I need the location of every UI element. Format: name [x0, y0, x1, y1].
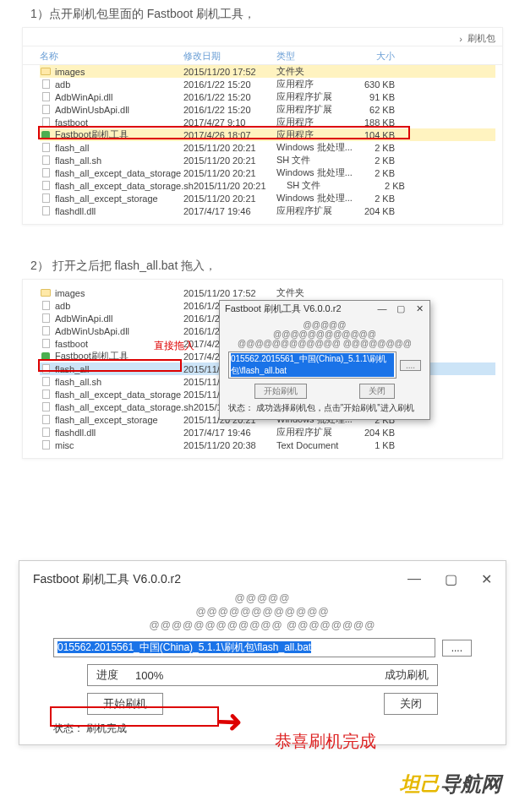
file-size: 62 KB: [353, 105, 395, 115]
file-name: flash_all.sh: [55, 377, 101, 387]
file-icon: [40, 168, 52, 178]
close-button[interactable]: 关闭: [359, 384, 395, 399]
file-name: flash_all_except_data_storage: [55, 168, 181, 178]
file-date: 2015/11/20 20:21: [194, 181, 287, 191]
step2-text: 2） 打开之后把 flash_all.bat 拖入，: [30, 259, 525, 274]
file-size: 2 KB: [353, 143, 395, 153]
file-name: Fastboot刷机工具: [55, 128, 129, 141]
file-icon: [40, 155, 52, 166]
file-row[interactable]: fastboot2017/4/27 9:10应用程序188 KB: [40, 116, 495, 128]
file-date: 2015/11/20 17:52: [183, 288, 276, 298]
file-name: flash_all_except_data_storage: [55, 390, 181, 400]
file-type: 应用程序扩展: [276, 103, 353, 116]
file-size: 104 KB: [353, 130, 395, 140]
path-input-big[interactable]: 015562.2015561_中国(China)_5.1.1\刷机包\flash…: [53, 638, 435, 657]
file-date: 2017/4/17 19:46: [183, 206, 276, 216]
status-value-big: 刷机完成: [86, 722, 127, 736]
close-button-big[interactable]: 关闭: [384, 693, 438, 715]
deco-line: @@@@@@@@@@@@: [19, 606, 506, 618]
file-name: AdbWinApi.dll: [55, 92, 112, 102]
file-row[interactable]: flash_all.sh2015/11/20 20:21SH 文件2 KB: [40, 154, 495, 166]
header-size[interactable]: 大小: [353, 50, 395, 63]
deco-line: @@@@@@@@@@@@: [228, 330, 421, 339]
file-row[interactable]: flash_all_except_storage2015/11/20 20:21…: [40, 192, 495, 204]
header-type[interactable]: 类型: [276, 50, 353, 63]
file-row[interactable]: AdbWinApi.dll2016/1/22 15:20应用程序扩展91 KB: [40, 90, 495, 103]
header-date[interactable]: 修改日期: [183, 50, 276, 63]
application-icon: [40, 130, 52, 140]
file-size: 1 KB: [353, 440, 395, 450]
file-name: images: [55, 67, 85, 77]
file-row[interactable]: flash_all2015/11/20 20:21Windows 批处理...2…: [40, 141, 495, 154]
file-icon: [40, 313, 52, 324]
file-row[interactable]: flashdll.dll2017/4/17 19:46应用程序扩展204 KB: [40, 204, 495, 217]
file-row[interactable]: adb2016/1/22 15:20应用程序630 KB: [40, 78, 495, 90]
address-bar: › 刷机包: [23, 31, 502, 46]
file-name: flashdll.dll: [55, 206, 96, 216]
start-flash-button-big[interactable]: 开始刷机: [87, 693, 163, 715]
file-type: Text Document: [276, 440, 353, 450]
file-date: 2015/11/20 20:38: [183, 440, 276, 450]
progress-status: 成功刷机: [376, 665, 437, 685]
file-name: flash_all.sh: [55, 155, 101, 166]
file-name: flash_all: [55, 364, 89, 374]
file-row[interactable]: Fastboot刷机工具2017/4/26 18:07应用程序104 KB: [40, 128, 495, 141]
file-date: 2016/1/22 15:20: [183, 105, 276, 115]
close-icon[interactable]: ✕: [481, 571, 492, 587]
minimize-icon[interactable]: —: [407, 571, 421, 587]
file-type: SH 文件: [287, 179, 363, 192]
progress-label: 进度: [88, 665, 127, 685]
file-date: 2016/1/22 15:20: [183, 79, 276, 90]
file-row[interactable]: images2015/11/20 17:52文件夹: [40, 65, 495, 78]
chevron-right-icon: ›: [459, 34, 462, 44]
maximize-icon[interactable]: ▢: [445, 571, 457, 587]
file-row[interactable]: AdbWinUsbApi.dll2016/1/22 15:20应用程序扩展62 …: [40, 103, 495, 116]
file-name: AdbWinUsbApi.dll: [55, 105, 129, 115]
file-name: fastboot: [55, 117, 88, 128]
header-name[interactable]: 名称: [40, 50, 183, 63]
file-name: adb: [55, 301, 70, 311]
file-icon: [40, 402, 52, 412]
file-size: 188 KB: [353, 117, 395, 128]
file-row[interactable]: flash_all_except_data_storage2015/11/20 …: [40, 166, 495, 179]
drag-label: 直接拖入: [154, 339, 194, 353]
file-type: 应用程序: [276, 116, 353, 128]
congrats-text: 恭喜刷机完成: [275, 730, 376, 753]
status-text: 状态： 成功选择刷机包，点击"开始刷机"进入刷机: [228, 401, 421, 416]
panel-1: › 刷机包 名称 修改日期 类型 大小 images2015/11/20 17:…: [22, 27, 503, 225]
file-icon: [40, 339, 52, 349]
file-icon: [40, 440, 52, 450]
deco-line: @@@@@: [19, 592, 506, 604]
file-icon: [40, 79, 52, 90]
dialog-title: Fastboot 刷机工具 V6.0.0.r2: [225, 302, 342, 315]
file-name: adb: [55, 79, 70, 90]
file-name: AdbWinUsbApi.dll: [55, 326, 129, 336]
file-size: 204 KB: [353, 206, 395, 216]
file-type: 文件夹: [276, 65, 353, 78]
file-icon: [40, 206, 52, 216]
browse-button-big[interactable]: ....: [442, 640, 472, 657]
column-headers: 名称 修改日期 类型 大小: [23, 46, 502, 65]
browse-button[interactable]: ....: [400, 360, 421, 371]
file-type: 应用程序扩展: [276, 426, 353, 439]
file-size: 204 KB: [353, 428, 395, 438]
file-row[interactable]: flash_all_except_data_storage.sh2015/11/…: [40, 179, 495, 192]
file-name: flash_all_except_storage: [55, 415, 158, 425]
path-input[interactable]: 015562.2015561_中国(China)_5.1.1\刷机包\flash…: [228, 352, 396, 379]
start-flash-button[interactable]: 开始刷机: [254, 384, 307, 399]
file-icon: [40, 301, 52, 311]
file-type: 应用程序: [276, 78, 353, 90]
close-icon[interactable]: ✕: [414, 303, 424, 314]
file-date: 2015/11/20 20:21: [183, 193, 276, 204]
file-name: flash_all_except_data_storage.sh: [55, 181, 194, 191]
file-size: 2 KB: [353, 168, 395, 178]
file-row[interactable]: misc2015/11/20 20:38Text Document1 KB: [40, 439, 495, 451]
folder-icon: [40, 288, 52, 298]
file-row[interactable]: images2015/11/20 17:52文件夹: [40, 286, 495, 299]
file-size: 2 KB: [353, 193, 395, 204]
file-row[interactable]: flashdll.dll2017/4/17 19:46应用程序扩展204 KB: [40, 426, 495, 439]
maximize-icon[interactable]: ▢: [396, 303, 406, 314]
footer-logo: 坦己导航网: [0, 771, 501, 798]
file-type: 应用程序扩展: [276, 204, 353, 217]
minimize-icon[interactable]: —: [377, 303, 387, 314]
